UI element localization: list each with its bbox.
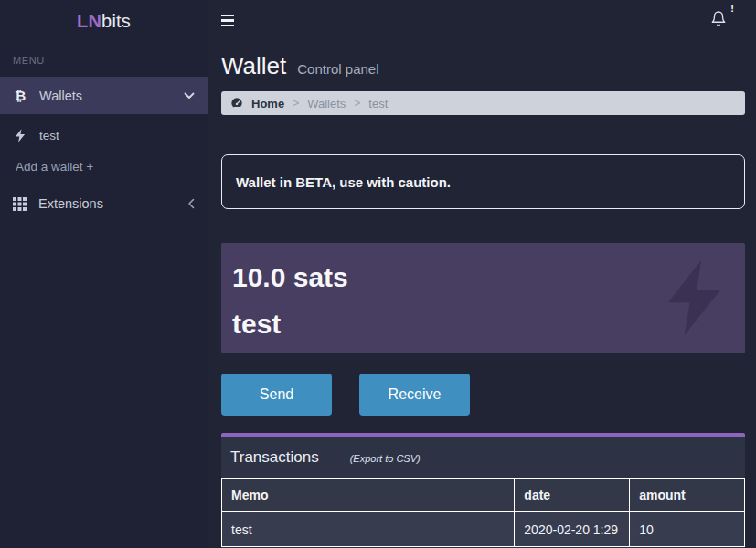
cell-amount: 10 [630,512,745,547]
column-header-memo: Memo [222,479,515,512]
sidebar-item-extensions[interactable]: Extensions [0,186,208,221]
alert-text: Wallet in BETA, use with caution. [236,174,451,190]
breadcrumb-current: test [368,97,388,111]
transactions-section: Transactions (Export to CSV) Memo date a… [221,433,745,548]
transactions-title: Transactions [230,448,319,467]
breadcrumb-separator: > [354,97,360,110]
wallet-balance-card: 10.0 sats test [221,243,745,353]
page-content: Wallet Control panel Home > Wallets > te… [208,41,756,548]
app-window: LNbits MENU ₿ Wallets test Add a wallet … [0,0,756,548]
lightning-watermark-icon [668,256,725,343]
app-logo[interactable]: LNbits [0,0,208,42]
cell-memo: test [222,512,515,547]
export-csv-link[interactable]: (Export to CSV) [350,453,421,464]
transactions-header: Transactions (Export to CSV) [221,437,745,478]
send-button[interactable]: Send [221,374,332,416]
topbar: ! [208,0,756,41]
cell-date: 2020-02-20 1:29 [515,512,630,547]
notifications-button[interactable]: ! [710,10,727,31]
chevron-left-icon [187,198,195,209]
breadcrumb-wallets[interactable]: Wallets [307,97,346,111]
sidebar: LNbits MENU ₿ Wallets test Add a wallet … [0,0,208,548]
add-wallet-link[interactable]: Add a wallet + [0,160,208,174]
page-subtitle: Control panel [297,61,378,77]
breadcrumb-home[interactable]: Home [251,97,284,111]
dashboard-icon [230,97,243,110]
logo-ln: LN [77,11,101,32]
lightning-icon [16,129,26,142]
breadcrumb: Home > Wallets > test [221,91,745,115]
breadcrumb-separator: > [293,97,299,110]
transactions-table: Memo date amount test 2020-02-20 1:29 10 [221,478,745,547]
notification-badge: ! [730,3,734,14]
page-header: Wallet Control panel [221,52,745,80]
sidebar-item-wallet-test[interactable]: test [0,125,208,145]
logo-bits: bits [101,11,131,32]
menu-section-label: MENU [13,55,208,66]
menu-toggle-button[interactable] [221,15,234,27]
table-row[interactable]: test 2020-02-20 1:29 10 [222,512,745,547]
page-title: Wallet [221,52,286,80]
grid-icon [13,197,27,211]
column-header-date: date [515,479,630,512]
sidebar-item-wallets[interactable]: ₿ Wallets [0,77,208,114]
sidebar-item-label: Extensions [38,196,103,211]
receive-button[interactable]: Receive [359,374,470,416]
chevron-down-icon [184,92,195,100]
column-header-amount: amount [630,479,745,512]
wallet-name-label: test [39,129,59,142]
beta-warning-alert: Wallet in BETA, use with caution. [221,154,745,209]
table-header-row: Memo date amount [222,479,745,512]
bell-icon [710,10,727,27]
sidebar-item-label: Wallets [39,89,82,103]
wallet-actions: Send Receive [221,374,745,416]
bitcoin-icon: ₿ [13,88,27,104]
main-area: ! Wallet Control panel Home > Wallets > … [208,0,756,548]
